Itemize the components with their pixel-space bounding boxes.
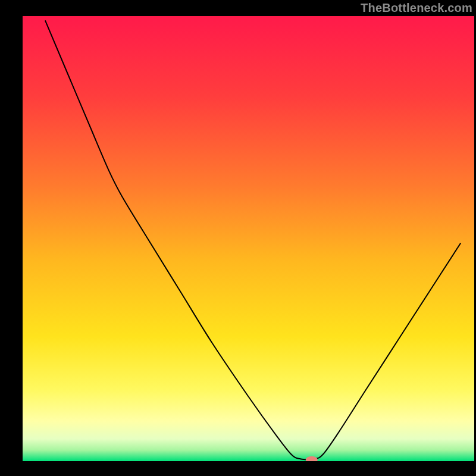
bottleneck-chart (0, 0, 476, 476)
watermark-text: TheBottleneck.com (361, 1, 472, 15)
plot-background (23, 16, 474, 461)
chart-container: TheBottleneck.com (0, 0, 476, 476)
optimal-marker (306, 456, 318, 464)
